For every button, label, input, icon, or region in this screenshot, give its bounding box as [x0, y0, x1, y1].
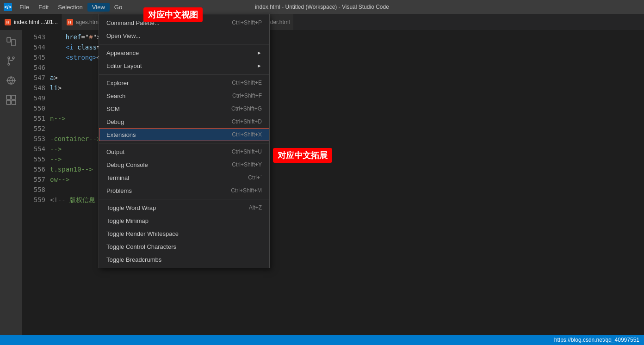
- menu-go[interactable]: Go: [110, 3, 127, 12]
- menu-toggle-control-characters[interactable]: Toggle Control Characters: [99, 240, 269, 253]
- menu-search[interactable]: Search Ctrl+Shift+F: [99, 89, 269, 102]
- menu-edit[interactable]: Edit: [34, 3, 53, 12]
- menu-extensions[interactable]: Extensions Ctrl+Shift+X: [99, 128, 269, 141]
- menu-debug-console[interactable]: Debug Console Ctrl+Shift+Y: [99, 158, 269, 171]
- menu-file[interactable]: File: [15, 3, 34, 12]
- html-icon: H: [5, 19, 11, 25]
- menu-toggle-render-whitespace[interactable]: Toggle Render Whitespace: [99, 227, 269, 240]
- tab-index-html[interactable]: H index.html ...\01...: [0, 14, 62, 30]
- menu-view[interactable]: View: [87, 3, 110, 12]
- submenu-arrow-appearance: ►: [257, 50, 262, 55]
- menu-terminal[interactable]: Terminal Ctrl+`: [99, 171, 269, 184]
- annotation-extensions: 对应中文拓展: [273, 148, 332, 163]
- menu-debug[interactable]: Debug Ctrl+Shift+D: [99, 115, 269, 128]
- status-bar: https://blog.csdn.net/qq_40997551: [0, 335, 644, 345]
- window-title: index.html - Untitled (Workspace) - Visu…: [255, 4, 389, 10]
- view-menu-dropdown: Command Palette... Ctrl+Shift+P Open Vie…: [99, 14, 270, 268]
- svg-point-5: [8, 63, 10, 65]
- tab-bar: H index.html ...\01... H ages.html H tab…: [0, 14, 644, 30]
- status-right: https://blog.csdn.net/qq_40997551: [554, 337, 639, 343]
- svg-point-6: [12, 57, 14, 59]
- activity-explorer[interactable]: [3, 34, 19, 49]
- svg-text:</>: </>: [4, 4, 12, 10]
- submenu-arrow-editor-layout: ►: [257, 63, 262, 68]
- svg-rect-2: [7, 37, 11, 42]
- menu-toggle-word-wrap[interactable]: Toggle Word Wrap Alt+Z: [99, 201, 269, 214]
- svg-rect-10: [12, 95, 16, 99]
- tab-label-2: ages.html: [76, 19, 100, 25]
- activity-scm[interactable]: [3, 53, 19, 69]
- tab-label: index.html ...\01...: [14, 19, 58, 25]
- svg-rect-11: [6, 100, 11, 105]
- svg-rect-3: [12, 39, 15, 46]
- menu-problems[interactable]: Problems Ctrl+Shift+M: [99, 184, 269, 197]
- html-icon-2: H: [67, 19, 73, 25]
- menu-explorer[interactable]: Explorer Ctrl+Shift+E: [99, 76, 269, 89]
- svg-rect-12: [12, 100, 16, 105]
- svg-point-4: [8, 57, 10, 59]
- menu-section-5: Toggle Word Wrap Alt+Z Toggle Minimap To…: [99, 199, 269, 268]
- activity-bar: [0, 30, 22, 335]
- menu-selection[interactable]: Selection: [53, 3, 87, 12]
- menu-bar: File Edit Selection View Go: [15, 3, 127, 12]
- menu-toggle-breadcrumbs[interactable]: Toggle Breadcrumbs: [99, 253, 269, 266]
- menu-scm[interactable]: SCM Ctrl+Shift+G: [99, 102, 269, 115]
- menu-appearance[interactable]: Appearance ►: [99, 46, 269, 59]
- activity-remote[interactable]: [3, 73, 19, 88]
- menu-editor-layout[interactable]: Editor Layout ►: [99, 59, 269, 72]
- menu-open-view[interactable]: Open View...: [99, 29, 269, 42]
- menu-section-2: Appearance ► Editor Layout ►: [99, 44, 269, 74]
- menu-section-3: Explorer Ctrl+Shift+E Search Ctrl+Shift+…: [99, 74, 269, 143]
- annotation-view: 对应中文视图: [143, 7, 203, 22]
- title-bar: </> File Edit Selection View Go index.ht…: [0, 0, 644, 14]
- svg-rect-9: [6, 95, 11, 99]
- menu-toggle-minimap[interactable]: Toggle Minimap: [99, 214, 269, 227]
- menu-output[interactable]: Output Ctrl+Shift+U: [99, 145, 269, 158]
- line-numbers: 543 544 545 546 547 548 549 550 551 552 …: [22, 30, 50, 335]
- vscode-icon: </>: [4, 3, 12, 11]
- menu-section-4: Output Ctrl+Shift+U Debug Console Ctrl+S…: [99, 143, 269, 199]
- activity-extensions[interactable]: [3, 92, 19, 108]
